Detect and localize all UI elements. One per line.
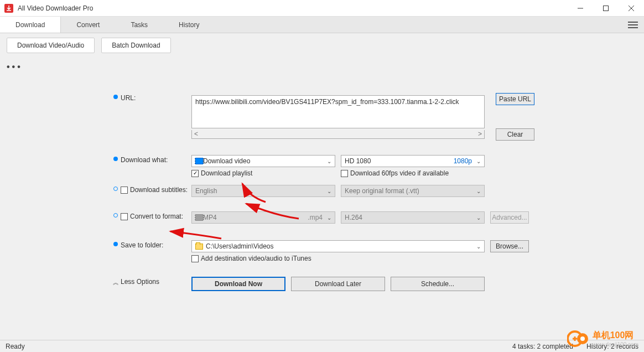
convert-row: Convert to format: MP4 .mp4 ⌄ H.264 ⌄ Ad… [0, 211, 644, 224]
download-what-row: Download what: Download video ⌄ HD 1080 … [0, 155, 644, 167]
url-input[interactable] [191, 95, 485, 128]
tab-history[interactable]: History [163, 17, 215, 33]
sub-toolbar: Download Video/Audio Batch Download [0, 33, 644, 58]
status-tasks: 4 tasks: 2 completed [512, 343, 573, 350]
actions-row: ︽ Less Options Download Now Download Lat… [0, 277, 644, 291]
main-content: URL: <> Paste URL Clear Download what: D… [0, 76, 644, 291]
schedule-button[interactable]: Schedule... [391, 277, 485, 291]
main-tabbar: Download Convert Tasks History [0, 17, 644, 33]
save-folder-row: Save to folder: C:\Users\admin\Videos ⌄ … [0, 240, 644, 252]
add-itunes-checkbox[interactable] [191, 255, 199, 262]
bullet-icon [113, 157, 118, 161]
add-itunes-label: Add destination video/audio to iTunes [201, 255, 311, 262]
convert-format-checkbox[interactable] [121, 213, 128, 220]
less-options-toggle[interactable]: Less Options [121, 277, 191, 286]
quality-name: HD 1080 [345, 157, 371, 165]
chevron-down-icon: ⌄ [476, 244, 481, 250]
browse-button[interactable]: Browse... [490, 240, 529, 252]
collapse-icon: ︽ [113, 278, 119, 287]
subtitles-label: Download subtitles: [130, 186, 188, 194]
bullet-icon [113, 242, 118, 246]
quality-select[interactable]: HD 1080 1080p ⌄ [341, 155, 485, 167]
paste-url-button[interactable]: Paste URL [496, 93, 534, 105]
svg-point-9 [580, 337, 585, 341]
menu-button[interactable] [622, 17, 644, 33]
maximize-button[interactable] [593, 0, 619, 16]
download-type-value: Download video [203, 157, 250, 165]
download-type-select[interactable]: Download video ⌄ [191, 155, 335, 167]
watermark-sub: www.danji100.com [593, 341, 638, 348]
video-icon [195, 214, 203, 221]
download-now-button[interactable]: Download Now [191, 277, 285, 291]
url-label: URL: [121, 93, 191, 102]
app-icon [4, 4, 13, 13]
chevron-down-icon: ⌄ [476, 188, 481, 194]
subtitles-row: Download subtitles: English ⌄ Keep origi… [0, 185, 644, 197]
chevron-down-icon: ⌄ [476, 215, 481, 221]
quality-tag: 1080p [454, 157, 472, 165]
url-row: URL: <> Paste URL Clear [0, 93, 644, 141]
svg-rect-1 [604, 6, 609, 11]
tab-tasks[interactable]: Tasks [115, 17, 163, 33]
titlebar: All Video Downloader Pro [0, 0, 644, 17]
watermark: 单机100网 www.danji100.com [567, 328, 638, 350]
itunes-row: Add destination video/audio to iTunes [0, 255, 644, 262]
advanced-button[interactable]: Advanced... [490, 211, 529, 224]
download-what-opts: Download playlist Download 60fps video i… [0, 169, 644, 177]
bullet-hollow-icon [113, 187, 118, 191]
batch-download-button[interactable]: Batch Download [101, 38, 170, 53]
minimize-button[interactable] [568, 0, 593, 16]
download-subtitles-checkbox[interactable] [121, 187, 128, 194]
chevron-down-icon: ⌄ [327, 215, 331, 221]
watermark-logo [567, 328, 589, 350]
subtitle-lang-select[interactable]: English ⌄ [191, 185, 335, 197]
sixtyfps-label: Download 60fps video if available [350, 169, 449, 177]
download-playlist-checkbox[interactable] [191, 170, 199, 177]
folder-icon [195, 244, 203, 250]
chevron-down-icon: ⌄ [327, 188, 331, 194]
chevron-down-icon: ⌄ [476, 158, 481, 164]
app-title: All Video Downloader Pro [18, 4, 568, 12]
url-scrollbar[interactable]: <> [191, 130, 485, 139]
container-ext: .mp4 [308, 214, 323, 221]
subtitle-format-select[interactable]: Keep original format (.vtt) ⌄ [341, 185, 485, 197]
bullet-icon [113, 95, 118, 99]
tab-download[interactable]: Download [0, 17, 61, 33]
chevron-down-icon: ⌄ [327, 158, 331, 164]
clear-button[interactable]: Clear [496, 128, 534, 141]
bullet-hollow-icon [113, 213, 118, 218]
save-path-value: C:\Users\admin\Videos [206, 242, 274, 250]
window-buttons [568, 0, 644, 16]
save-path-select[interactable]: C:\Users\admin\Videos ⌄ [191, 240, 485, 252]
sixtyfps-checkbox[interactable] [341, 170, 348, 177]
close-button[interactable] [619, 0, 644, 16]
codec-select[interactable]: H.264 ⌄ [341, 211, 485, 224]
download-what-label: Download what: [121, 155, 191, 164]
download-playlist-label: Download playlist [201, 169, 252, 177]
watermark-brand: 单机100网 [593, 330, 638, 341]
subtitle-lang-value: English [195, 187, 217, 195]
tab-convert[interactable]: Convert [61, 17, 115, 33]
status-bar: Ready 4 tasks: 2 completed History: 2 re… [0, 340, 644, 352]
loading-dots: ••• [0, 58, 644, 76]
download-later-button[interactable]: Download Later [291, 277, 385, 291]
codec-value: H.264 [345, 214, 362, 221]
status-ready: Ready [6, 343, 25, 350]
download-video-audio-button[interactable]: Download Video/Audio [7, 38, 95, 53]
convert-label: Convert to format: [130, 213, 183, 220]
subtitle-format-value: Keep original format (.vtt) [345, 187, 419, 195]
video-icon [195, 158, 203, 164]
container-value: MP4 [203, 214, 217, 221]
container-select[interactable]: MP4 .mp4 ⌄ [191, 211, 335, 224]
save-label: Save to folder: [121, 240, 191, 249]
